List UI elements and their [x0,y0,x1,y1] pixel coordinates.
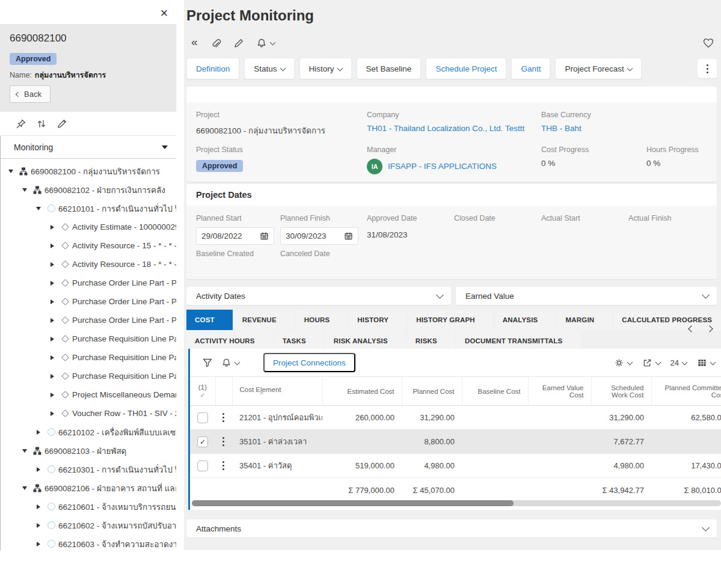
tab-risk-analysis[interactable]: RISK ANALYSIS [325,331,406,351]
tab-cost[interactable]: COST [186,310,233,330]
calendar-icon[interactable] [260,231,269,240]
pin-icon[interactable] [16,118,26,129]
table-export-control[interactable] [642,358,660,368]
action-button-schedule-project[interactable]: Schedule Project [426,58,506,79]
expand-caret-icon[interactable] [51,299,54,304]
expand-caret-icon[interactable] [37,430,40,435]
expand-caret-icon[interactable] [51,318,54,323]
planned-start-input[interactable]: 29/08/2022 [196,227,274,245]
notifications-control[interactable] [256,38,275,49]
row-kebab-icon[interactable] [222,461,225,470]
action-button-project-forecast[interactable]: Project Forecast [555,58,641,79]
horizontal-scrollbar[interactable] [192,500,721,506]
tree-item[interactable]: Purchase Order Line Part - P2 [1,292,176,311]
expand-caret-icon[interactable] [22,449,27,453]
column-header-cost-element[interactable]: Cost Element^ [232,377,322,406]
back-button[interactable]: Back [10,85,51,103]
tree-item[interactable]: 66210601 - จ้างเหมาบริการรถยนต์ [1,497,176,516]
expand-caret-icon[interactable] [22,188,27,192]
row-kebab-icon[interactable] [222,437,225,446]
expand-caret-icon[interactable] [51,281,54,286]
tree-item[interactable]: 66210301 - การดำเนินงานทั่วไป ปี [1,460,176,479]
tab-margin[interactable]: MARGIN [557,310,612,330]
scroll-tabs-right-icon[interactable] [706,325,713,332]
expand-caret-icon[interactable] [51,374,54,379]
calendar-icon[interactable] [344,231,353,240]
tree-view-selector[interactable]: Monitoring [1,136,176,159]
tree-item[interactable]: Activity Resource - 18 - * - * - [1,255,176,274]
expand-caret-icon[interactable] [8,170,13,173]
row-checkbox[interactable] [197,412,208,423]
action-button-set-baseline[interactable]: Set Baseline [357,58,422,79]
action-button-definition[interactable]: Definition [186,58,239,79]
action-button-history[interactable]: History [299,58,352,79]
tree-item[interactable]: 66210101 - การดำเนินงานทั่วไป ปี [1,199,176,218]
table-row[interactable]: 21201 - อุปกรณ์คอมพิวเตอร์ 260,000.00 31… [190,406,721,430]
tab-document-transmittals[interactable]: DOCUMENT TRANSMITTALS [456,331,580,351]
tree-item[interactable]: 6690082100 - กลุ่มงานบริหารจัดการ [1,162,176,180]
expand-caret-icon[interactable] [51,355,54,360]
action-button-status[interactable]: Status [244,58,294,79]
row-checkbox[interactable]: ✓ [197,436,208,447]
tree-item[interactable]: Purchase Requisition Line Pa [1,348,176,367]
attachments-section[interactable]: Attachments [186,519,717,537]
expand-caret-icon[interactable] [51,393,54,397]
expand-caret-icon[interactable] [37,523,40,528]
expand-caret-icon[interactable] [51,243,54,248]
column-header-earned-value-cost[interactable]: Earned Value Cost [528,377,591,406]
expand-caret-icon[interactable] [37,504,40,509]
tree-item[interactable]: Purchase Requisition Line Pa [1,329,176,348]
tree-item[interactable]: Purchase Order Line Part - P2 [1,274,176,292]
expand-caret-icon[interactable] [36,207,41,210]
action-button-gantt[interactable]: Gantt [511,58,550,79]
column-header-planned-cost[interactable]: Planned Cost [402,377,462,406]
table-row[interactable]: 35401 - ค่าวัสดุ 519,000.00 4,980.00 4,9… [190,454,721,478]
edit-pencil-icon[interactable] [57,118,67,129]
expand-caret-icon[interactable] [51,337,54,341]
tab-activity-hours[interactable]: ACTIVITY HOURS [186,331,273,351]
collapse-left-icon[interactable]: « [191,35,198,49]
tab-hours[interactable]: HOURS [296,310,348,330]
scrollbar-thumb[interactable] [192,500,514,506]
table-row[interactable]: ✓ 35101 - ค่าล่วงเวลา 8,800.00 7,672.77 [190,430,721,454]
tab-risks[interactable]: RISKS [407,331,455,351]
tree-item[interactable]: Project Miscellaneous Demar [1,385,176,404]
tab-history[interactable]: HISTORY [349,310,407,330]
tree-item[interactable]: 66210602 - จ้างเหมารถบัสปรับอาก [1,516,176,534]
expand-caret-icon[interactable] [37,467,40,472]
table-view-selector[interactable] [697,358,715,368]
column-header-baseline-cost[interactable]: Baseline Cost [462,377,528,406]
company-link[interactable]: TH01 - Thailand Localization Co., Ltd. T… [367,124,524,133]
column-header-estimated-cost[interactable]: Estimated Cost [322,377,402,406]
tree-item[interactable]: 6690082106 - ฝ่ายอาคาร สถานที่ และ [1,479,176,497]
manager-link[interactable]: IFSAPP - IFS APPLICATIONS [388,162,497,171]
base-currency-link[interactable]: THB - Baht [541,124,591,133]
edit-pencil-icon[interactable] [233,38,244,49]
close-icon[interactable]: × [156,5,173,22]
planned-finish-input[interactable]: 30/09/2023 [280,227,358,245]
page-size-selector[interactable]: 24 [670,358,687,367]
column-header-planned-committed-cost[interactable]: Planned Committed Cost [651,377,721,406]
tree-item[interactable]: 66210102 - เครื่องพิมพ์สีแบบเลเซอ [1,423,176,441]
earned-value-section[interactable]: Earned Value [456,287,717,305]
tree-item[interactable]: Activity Resource - 15 - * - * - [1,236,176,255]
expand-caret-icon[interactable] [51,225,54,230]
expand-caret-icon[interactable] [51,411,54,416]
tree-item[interactable]: Purchase Requisition Line Pa [1,367,176,385]
compare-swap-icon[interactable] [36,118,47,129]
tree-item[interactable]: Purchase Order Line Part - P2 [1,311,176,329]
tree-item[interactable]: Voucher Row - TH01 - SIV - 20 [1,404,176,423]
expand-caret-icon[interactable] [37,542,40,547]
tab-tasks[interactable]: TASKS [274,331,324,351]
column-header-scheduled-work-cost[interactable]: Scheduled Work Cost [591,377,651,406]
tree-item[interactable]: 6690082103 - ฝ่ายพัสดุ [1,441,176,460]
tree-item[interactable]: 6690082102 - ฝ่ายการเงินการคลัง [1,180,176,199]
project-connections-button[interactable]: Project Connections [263,353,355,372]
scroll-tabs-left-icon[interactable] [688,325,695,332]
table-settings-control[interactable] [614,358,632,368]
favorite-heart-icon[interactable] [702,37,714,49]
more-options-kebab-button[interactable] [698,59,717,78]
expand-caret-icon[interactable] [22,486,27,490]
tree-item[interactable]: Activity Estimate - 100000029 [1,218,176,236]
row-checkbox[interactable] [197,461,208,471]
